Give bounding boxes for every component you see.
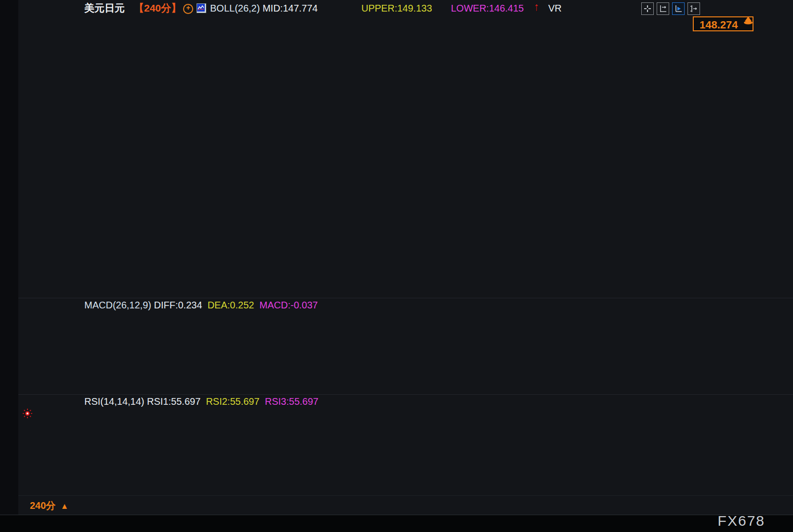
crosshair-tool-icon[interactable]: [641, 2, 654, 15]
sidebar: [0, 0, 18, 532]
boll-lower-value: LOWER:146.415: [451, 3, 524, 14]
price-marker-icon: [743, 16, 753, 27]
vr-label: VR: [548, 3, 562, 14]
macd-header: MACD(26,12,9) DIFF:0.234 DEA:0.252 MACD:…: [84, 300, 318, 311]
rsi2-value: RSI2:55.697: [206, 396, 259, 407]
alert-dot-icon[interactable]: [22, 408, 33, 421]
period-tag[interactable]: 240分▲: [30, 499, 68, 512]
macd-diff-value: DIFF:0.234: [154, 300, 202, 310]
boll-params-label: BOLL(26,2) MID:147.774: [210, 3, 317, 14]
indicator-tabbar: [0, 515, 793, 532]
add-indicator-icon[interactable]: +: [183, 4, 193, 14]
date-axis: 240分▲: [18, 495, 793, 515]
watermark: FX678: [718, 513, 765, 529]
symbol-title: 美元日元: [84, 1, 125, 15]
price-panel: 148.274: [18, 16, 793, 298]
chart-main-area: 美元日元 【240分】 + BOLL(26,2) MID:147.774 UPP…: [18, 0, 793, 532]
boll-indicator-icon: [197, 3, 206, 13]
app-window: 美元日元 【240分】 + BOLL(26,2) MID:147.774 UPP…: [0, 0, 793, 532]
period-label: 【240分】: [134, 1, 181, 15]
axis-scale-tool-icon[interactable]: [657, 2, 669, 15]
rsi1-value: RSI1:55.697: [147, 396, 200, 407]
rsi-params-label: RSI(14,14,14): [84, 396, 145, 407]
playback-tool-icon[interactable]: [672, 2, 685, 15]
pane-split-tool-icon[interactable]: [687, 2, 700, 15]
chart-header: 美元日元 【240分】 + BOLL(26,2) MID:147.774 UPP…: [18, 0, 793, 16]
rsi-header: RSI(14,14,14) RSI1:55.697 RSI2:55.697 RS…: [84, 396, 318, 407]
macd-params-label: MACD(26,12,9): [84, 300, 151, 310]
rsi-panel: RSI(14,14,14) RSI1:55.697 RSI2:55.697 RS…: [18, 394, 793, 496]
macd-dea-value: DEA:0.252: [208, 300, 254, 310]
macd-macd-value: MACD:-0.037: [260, 300, 318, 310]
rsi3-value: RSI3:55.697: [265, 396, 318, 407]
macd-panel: MACD(26,12,9) DIFF:0.234 DEA:0.252 MACD:…: [18, 298, 793, 395]
up-arrow-icon: ↑: [534, 0, 540, 13]
period-expand-icon: ▲: [60, 502, 68, 511]
boll-mid-value: MID:147.774: [263, 3, 318, 13]
boll-upper-value: UPPER:149.133: [361, 3, 432, 14]
chart-toolbar: [641, 2, 700, 15]
